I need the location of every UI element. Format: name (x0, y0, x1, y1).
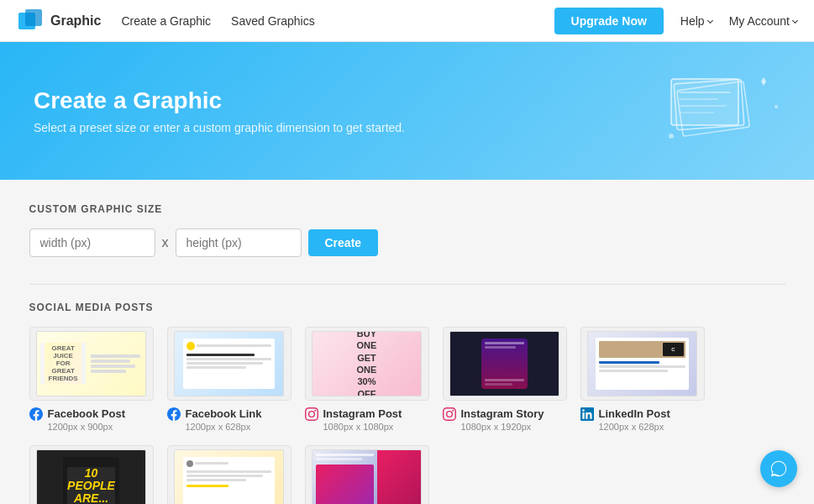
card-info-instagram-story: Instagram Story 1080px x 1920px (461, 407, 544, 432)
card-thumb-instagram-story (443, 327, 567, 401)
card-instagram-story[interactable]: Instagram Story 1080px x 1920px (443, 327, 567, 432)
card-info-facebook-post: Facebook Post 1200px x 900px (48, 407, 125, 432)
upgrade-button[interactable]: Upgrade Now (554, 8, 664, 34)
svg-point-11 (775, 105, 778, 108)
help-dropdown[interactable]: Help (680, 14, 712, 28)
card-facebook-link[interactable]: Facebook Link 1200px x 628px (167, 327, 291, 432)
navbar-right: Upgrade Now Help My Account (554, 8, 797, 34)
svg-marker-9 (761, 77, 766, 86)
nav-links: Create a Graphic Saved Graphics (121, 14, 314, 28)
card-title-facebook-post: Facebook Post (48, 407, 125, 422)
nav-create-graphic[interactable]: Create a Graphic (121, 14, 211, 28)
nav-saved-graphics[interactable]: Saved Graphics (231, 14, 315, 28)
card-footer-facebook-post: Facebook Post 1200px x 900px (29, 407, 154, 432)
card-footer-instagram-post: Instagram Post 1080px x 1080px (305, 407, 429, 432)
brand-name: Graphic (50, 13, 101, 29)
chat-support-button[interactable] (760, 450, 797, 487)
card-size-instagram-story: 1080px x 1920px (461, 422, 544, 432)
card-thumb-twitter-post (167, 445, 291, 504)
card-thumb-pinterest-pin: 10PEOPLEARE... (29, 445, 154, 504)
card-thumb-facebook-link (167, 327, 291, 401)
account-dropdown[interactable]: My Account (729, 14, 797, 28)
card-footer-facebook-link: Facebook Link 1200px x 628px (167, 407, 291, 432)
card-title-linkedin-post: LinkedIn Post (599, 407, 670, 422)
card-thumb-linkedin-post: C (580, 327, 705, 401)
card-info-facebook-link: Facebook Link 1200px x 628px (186, 407, 262, 432)
platform-icon-linkedin (580, 407, 594, 423)
custom-size-row: x Create (29, 228, 785, 257)
help-label: Help (680, 14, 705, 28)
custom-size-heading: CUSTOM GRAPHIC SIZE (29, 203, 785, 215)
create-button[interactable]: Create (308, 229, 379, 256)
card-footer-linkedin-post: LinkedIn Post 1200px x 628px (580, 407, 705, 432)
card-linkedin-post[interactable]: C LinkedIn Post 1200px x 628px (580, 327, 705, 432)
platform-icon-instagram (443, 407, 456, 423)
chat-icon (769, 459, 788, 478)
brand-logo[interactable]: Graphic (17, 8, 101, 34)
section-divider (29, 284, 785, 285)
card-facebook-post[interactable]: GREAT JUICE FOR GREAT FRIENDS Facebook P… (29, 327, 154, 432)
card-size-instagram-post: 1080px x 1080px (323, 422, 402, 432)
svg-point-10 (669, 134, 674, 139)
card-title-instagram-story: Instagram Story (461, 407, 544, 422)
card-info-linkedin-post: LinkedIn Post 1200px x 628px (599, 407, 670, 432)
card-pinterest-pin[interactable]: 10PEOPLEARE... Pinterest Pin 1000px x 15… (29, 445, 154, 504)
platform-icon-facebook (29, 407, 43, 423)
brand-icon (17, 8, 44, 34)
hero-banner: Create a Graphic Select a preset size or… (0, 42, 814, 180)
times-sign: x (162, 235, 169, 250)
hero-text: Create a Graphic Select a preset size or… (34, 87, 405, 134)
height-input[interactable] (176, 228, 302, 257)
card-thumb-youtube-thumbnail (305, 445, 429, 504)
card-footer-instagram-story: Instagram Story 1080px x 1920px (443, 407, 567, 432)
navbar: Graphic Create a Graphic Saved Graphics … (0, 0, 814, 42)
account-label: My Account (729, 14, 790, 28)
card-thumb-instagram-post: BUYONEGETONE30%OFF (305, 327, 429, 401)
account-chevron-icon (792, 18, 798, 24)
card-thumb-facebook-post: GREAT JUICE FOR GREAT FRIENDS (29, 327, 154, 401)
svg-rect-4 (671, 79, 738, 125)
card-youtube-thumbnail[interactable]: YouTube Thumbnail 1280px x 720px (305, 445, 429, 504)
hero-subtitle: Select a preset size or enter a custom g… (34, 121, 405, 134)
card-size-facebook-post: 1200px x 900px (48, 422, 125, 432)
platform-icon-facebook (167, 407, 181, 423)
card-size-facebook-link: 1200px x 628px (186, 422, 262, 432)
hero-illustration (654, 69, 780, 153)
svg-rect-1 (25, 9, 42, 26)
social-cards-grid: GREAT JUICE FOR GREAT FRIENDS Facebook P… (29, 327, 785, 504)
card-size-linkedin-post: 1200px x 628px (599, 422, 670, 432)
card-twitter-post[interactable]: X (Twitter) Post 1024px x 512px (167, 445, 291, 504)
help-chevron-icon (707, 18, 713, 24)
card-info-instagram-post: Instagram Post 1080px x 1080px (323, 407, 402, 432)
main-content: CUSTOM GRAPHIC SIZE x Create SOCIAL MEDI… (13, 180, 802, 504)
hero-title: Create a Graphic (34, 87, 405, 114)
platform-icon-instagram (305, 407, 318, 423)
card-instagram-post[interactable]: BUYONEGETONE30%OFF Instagram Post 1080px… (305, 327, 429, 432)
card-title-facebook-link: Facebook Link (186, 407, 262, 422)
card-title-instagram-post: Instagram Post (323, 407, 402, 422)
social-posts-heading: SOCIAL MEDIA POSTS (29, 302, 785, 313)
width-input[interactable] (29, 228, 155, 257)
